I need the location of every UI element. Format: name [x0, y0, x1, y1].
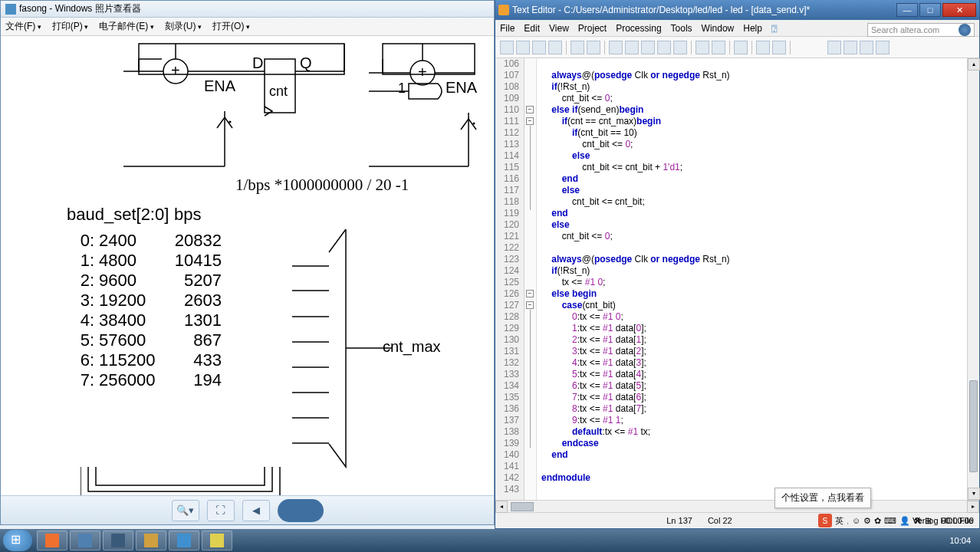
- ime-item-7[interactable]: ⊞: [925, 516, 932, 526]
- svg-text:cnt: cnt: [269, 84, 288, 99]
- menu-file[interactable]: File: [500, 23, 515, 34]
- ime-item-3[interactable]: ✿: [874, 516, 881, 526]
- text-editor-icon: [498, 5, 509, 15]
- svg-text:+: +: [418, 64, 427, 80]
- tb-icon-12[interactable]: [696, 41, 709, 54]
- fold-box-icon[interactable]: −: [526, 290, 534, 297]
- tb-icon-15[interactable]: [756, 41, 770, 54]
- fold-box-icon[interactable]: −: [526, 301, 534, 309]
- pv-menu-open[interactable]: 打开(O): [212, 20, 250, 33]
- tb-icon-20[interactable]: [876, 41, 890, 54]
- vertical-scrollbar[interactable]: ▴ ▾: [967, 58, 979, 500]
- task-item-1[interactable]: [37, 531, 67, 550]
- tb-icon-4[interactable]: [548, 41, 562, 54]
- tb-icon-13[interactable]: [712, 41, 725, 54]
- tb-icon-8[interactable]: [625, 41, 639, 54]
- svg-text:D: D: [252, 54, 263, 71]
- slideshow-button[interactable]: [278, 499, 324, 522]
- system-tray: 10:04: [949, 536, 977, 545]
- actual-size-button[interactable]: ⛶: [207, 500, 235, 521]
- menu-help[interactable]: Help: [743, 23, 762, 34]
- ime-lang[interactable]: 英: [835, 515, 844, 527]
- ime-item-2[interactable]: ⚙: [863, 516, 871, 526]
- code-area[interactable]: 1061071081091101111121131141151161171181…: [495, 58, 979, 500]
- menu-project[interactable]: Project: [578, 23, 607, 34]
- mux-diagram: cnt_max: [292, 229, 461, 490]
- text-editor-toolbar: [495, 37, 979, 58]
- task-item-4[interactable]: [136, 531, 166, 550]
- svg-text:ENA: ENA: [446, 79, 478, 96]
- photo-viewer-toolbar: 🔍▾ ⛶ ◀: [1, 495, 494, 524]
- menu-view[interactable]: View: [549, 23, 569, 34]
- minimize-button[interactable]: —: [896, 3, 918, 17]
- tb-icon-16[interactable]: [772, 41, 786, 54]
- prev-button[interactable]: ◀: [242, 500, 270, 521]
- tb-icon-3[interactable]: [532, 41, 546, 54]
- scroll-right-button[interactable]: ▸: [967, 501, 979, 513]
- scroll-down-button[interactable]: ▾: [968, 488, 980, 500]
- photo-viewer-window: fasong - Windows 照片查看器 文件(F) 打印(P) 电子邮件(…: [0, 0, 495, 525]
- ime-item-5[interactable]: 👤: [899, 516, 910, 526]
- pv-menu-file[interactable]: 文件(F): [5, 20, 41, 33]
- baud-header-bps: bps: [174, 205, 235, 225]
- fold-box-icon[interactable]: −: [526, 106, 534, 113]
- scroll-up-button[interactable]: ▴: [968, 58, 980, 71]
- svg-rect-18: [383, 44, 475, 74]
- tb-icon-9[interactable]: [641, 41, 655, 54]
- tb-icon-14[interactable]: [734, 41, 748, 54]
- maximize-button[interactable]: □: [919, 3, 941, 17]
- ime-item-1[interactable]: ☺: [852, 516, 860, 525]
- horizontal-scrollbar[interactable]: ◂ ▸: [495, 500, 979, 512]
- svg-text:1: 1: [398, 80, 406, 96]
- zoom-button[interactable]: 🔍▾: [172, 500, 199, 521]
- close-button[interactable]: ✕: [942, 3, 976, 17]
- tb-outdent-icon[interactable]: [587, 41, 600, 54]
- ime-item-6[interactable]: 🛠: [913, 516, 922, 525]
- menu-window[interactable]: Window: [702, 23, 735, 34]
- pv-menu-print[interactable]: 打印(P): [52, 20, 89, 33]
- tb-indent-icon[interactable]: [571, 41, 584, 54]
- search-box[interactable]: Search altera.com: [867, 23, 975, 37]
- taskbar: 10:04: [0, 529, 980, 552]
- ime-bar: S 英 , ☺ ⚙ ✿ ⌨ 👤 🛠 ⊞ 00:00:00: [818, 512, 974, 529]
- line-gutter: 1061071081091101111121131141151161171181…: [495, 58, 525, 500]
- svg-text:ENA: ENA: [204, 77, 236, 94]
- tb-icon-7[interactable]: [609, 41, 623, 54]
- task-item-2[interactable]: [70, 531, 100, 550]
- svg-rect-0: [139, 44, 344, 74]
- tb-icon-2[interactable]: [516, 41, 530, 54]
- fold-box-icon[interactable]: −: [526, 117, 534, 125]
- task-item-3[interactable]: [103, 531, 133, 550]
- status-col: Col 22: [708, 516, 732, 525]
- scroll-thumb[interactable]: [969, 380, 978, 472]
- code-lines[interactable]: always@(posedge Clk or negedge Rst_n) if…: [537, 58, 979, 500]
- tb-icon-11[interactable]: [673, 41, 687, 54]
- pv-menu-burn[interactable]: 刻录(U): [165, 20, 202, 33]
- menu-processing[interactable]: Processing: [616, 23, 661, 34]
- task-item-6[interactable]: [202, 531, 232, 550]
- tb-icon-19[interactable]: [860, 41, 873, 54]
- ime-timer: 00:00:00: [941, 516, 974, 525]
- text-editor-titlebar[interactable]: Text Editor - C:/Users/Administrator/Des…: [495, 0, 979, 20]
- baud-table: baud_set[2:0] bps 0:2400208321:480010415…: [67, 205, 235, 390]
- ime-icon[interactable]: S: [818, 514, 832, 527]
- task-item-5[interactable]: [169, 531, 199, 550]
- menu-edit[interactable]: Edit: [524, 23, 540, 34]
- tb-icon-17[interactable]: [827, 41, 841, 54]
- h-scroll-thumb[interactable]: [511, 502, 534, 511]
- menu-help-icon[interactable]: ⍰: [771, 23, 777, 34]
- tb-icon-1[interactable]: [500, 41, 514, 54]
- tooltip-popup[interactable]: 个性设置，点我看看: [774, 488, 871, 508]
- fold-column[interactable]: − − − −: [525, 58, 537, 500]
- tb-icon-18[interactable]: [844, 41, 857, 54]
- scroll-left-button[interactable]: ◂: [495, 501, 508, 513]
- status-line: Ln 137: [666, 516, 692, 525]
- pv-menu-email[interactable]: 电子邮件(E): [99, 20, 154, 33]
- start-button[interactable]: [3, 530, 32, 551]
- tb-icon-10[interactable]: [657, 41, 671, 54]
- photo-viewer-content: + D Q ENA cnt + ENA 1: [1, 36, 494, 510]
- ime-item-4[interactable]: ⌨: [884, 516, 896, 526]
- clock[interactable]: 10:04: [949, 536, 971, 545]
- menu-tools[interactable]: Tools: [671, 23, 692, 34]
- photo-viewer-titlebar[interactable]: fasong - Windows 照片查看器: [1, 1, 494, 18]
